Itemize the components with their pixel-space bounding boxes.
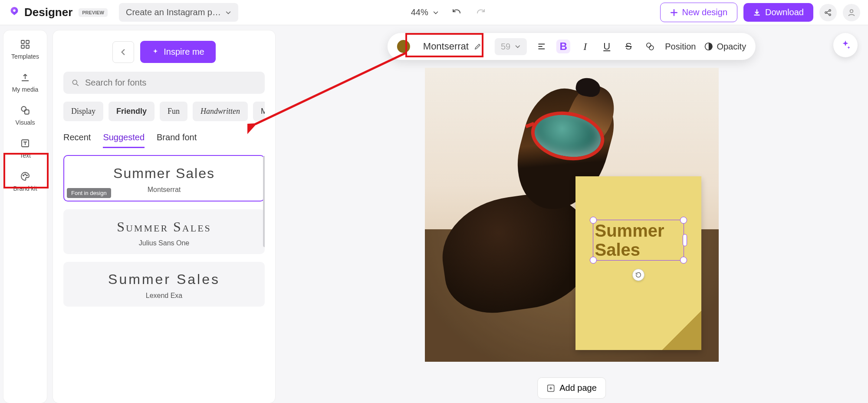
svg-rect-6 bbox=[21, 45, 24, 48]
plus-box-icon bbox=[546, 384, 555, 393]
palette-icon bbox=[19, 170, 31, 182]
text-line-1: Summer bbox=[595, 221, 664, 240]
font-list: Summer Sales Montserrat Font in design S… bbox=[63, 155, 265, 307]
sidebar-item-visuals[interactable]: Visuals bbox=[16, 104, 35, 126]
sidebar-item-templates[interactable]: Templates bbox=[11, 38, 39, 60]
logo-icon bbox=[8, 6, 21, 19]
bold-button[interactable]: B bbox=[556, 40, 570, 53]
opacity-icon bbox=[704, 42, 713, 51]
panel-top: Inspire me bbox=[63, 41, 265, 63]
inspire-button[interactable]: Inspire me bbox=[140, 41, 215, 63]
artboard[interactable]: Summer Sales bbox=[425, 68, 719, 362]
sidebar-label-templates: Templates bbox=[11, 53, 39, 60]
resize-handle-tl[interactable] bbox=[590, 217, 597, 224]
svg-point-14 bbox=[72, 80, 77, 84]
ai-assist-button[interactable] bbox=[833, 33, 858, 57]
upload-icon bbox=[19, 71, 31, 83]
resize-handle-br[interactable] bbox=[680, 257, 687, 264]
chip-friendly[interactable]: Friendly bbox=[108, 102, 155, 121]
chevron-down-icon bbox=[515, 43, 521, 50]
new-design-button[interactable]: New design bbox=[660, 3, 738, 22]
canvas-area: Montserrat 59 B I U S Position Opacity bbox=[275, 25, 868, 403]
underline-button[interactable]: U bbox=[600, 40, 614, 53]
font-tabs: Recent Suggested Brand font bbox=[63, 130, 265, 148]
font-size-selector[interactable]: 59 bbox=[495, 38, 527, 55]
visuals-icon bbox=[19, 104, 31, 116]
font-panel: Inspire me Display Friendly Fun Handwrit… bbox=[53, 30, 275, 403]
app-name: Designer bbox=[24, 6, 72, 19]
user-avatar[interactable] bbox=[843, 4, 860, 21]
effects-button[interactable] bbox=[643, 40, 657, 53]
svg-point-13 bbox=[26, 175, 27, 176]
zoom-value: 44% bbox=[411, 7, 428, 17]
font-card-lexend[interactable]: Summer Sales Lexend Exa bbox=[63, 262, 265, 307]
resize-handle-mr[interactable] bbox=[683, 234, 687, 246]
font-name: Montserrat bbox=[148, 186, 181, 194]
chevron-down-icon bbox=[225, 10, 231, 16]
font-card-montserrat[interactable]: Summer Sales Montserrat Font in design bbox=[63, 155, 265, 202]
svg-rect-7 bbox=[26, 45, 29, 48]
italic-button[interactable]: I bbox=[578, 40, 592, 53]
undo-button[interactable] bbox=[450, 6, 463, 19]
tab-recent[interactable]: Recent bbox=[63, 130, 91, 148]
new-design-label: New design bbox=[682, 7, 728, 17]
resize-handle-bl[interactable] bbox=[590, 257, 597, 264]
back-button[interactable] bbox=[112, 41, 134, 63]
chip-more[interactable]: Mo bbox=[253, 102, 265, 121]
sidebar-item-mymedia[interactable]: My media bbox=[12, 71, 39, 93]
search-input[interactable] bbox=[85, 78, 257, 88]
text-content[interactable]: Summer Sales bbox=[593, 220, 684, 260]
pencil-icon bbox=[474, 43, 482, 50]
svg-point-16 bbox=[649, 46, 654, 50]
text-color-swatch[interactable] bbox=[397, 40, 410, 53]
svg-point-8 bbox=[21, 106, 26, 111]
chip-handwritten[interactable]: Handwritten bbox=[193, 102, 248, 121]
sparkle-icon bbox=[151, 48, 159, 56]
redo-button[interactable] bbox=[474, 6, 487, 19]
opacity-button[interactable]: Opacity bbox=[704, 42, 746, 52]
resize-handle-tr[interactable] bbox=[680, 217, 687, 224]
zoom-control[interactable]: 44% bbox=[411, 7, 439, 17]
tab-brand[interactable]: Brand font bbox=[157, 130, 197, 148]
font-sample: Summer Sales bbox=[113, 165, 215, 182]
chip-display[interactable]: Display bbox=[63, 102, 103, 121]
rotate-handle[interactable] bbox=[632, 269, 644, 281]
add-page-button[interactable]: Add page bbox=[537, 377, 606, 399]
font-badge: Font in design bbox=[67, 188, 111, 198]
sticky-note-element[interactable]: Summer Sales bbox=[575, 176, 701, 350]
font-sample: Summer Sales bbox=[117, 219, 211, 235]
download-button[interactable]: Download bbox=[743, 3, 813, 22]
sidebar-item-brandkit[interactable]: Brand kit bbox=[13, 170, 37, 192]
download-icon bbox=[753, 9, 761, 17]
font-search[interactable] bbox=[63, 72, 265, 94]
chip-fun[interactable]: Fun bbox=[160, 102, 187, 121]
chevron-down-icon bbox=[433, 10, 439, 16]
strikethrough-button[interactable]: S bbox=[621, 40, 635, 53]
svg-point-12 bbox=[25, 174, 26, 175]
project-selector[interactable]: Create an Instagram p… bbox=[119, 3, 238, 22]
align-button[interactable] bbox=[535, 40, 549, 53]
svg-point-3 bbox=[850, 10, 853, 13]
inspire-label: Inspire me bbox=[164, 47, 204, 57]
font-selector[interactable]: Montserrat bbox=[418, 37, 487, 56]
font-size-value: 59 bbox=[501, 42, 510, 52]
font-sample: Summer Sales bbox=[108, 271, 220, 287]
selected-text-box[interactable]: Summer Sales bbox=[593, 220, 684, 261]
opacity-label: Opacity bbox=[717, 42, 746, 52]
content-area: Templates My media Visuals Text Brand ki… bbox=[0, 25, 868, 403]
svg-rect-5 bbox=[26, 40, 29, 43]
scrollbar-thumb[interactable] bbox=[263, 156, 265, 247]
position-button[interactable]: Position bbox=[665, 42, 696, 52]
scrollbar[interactable] bbox=[263, 156, 265, 247]
download-label: Download bbox=[765, 7, 804, 17]
top-header: Designer PREVIEW Create an Instagram p… … bbox=[0, 0, 868, 25]
sidebar-item-text[interactable]: Text bbox=[19, 137, 31, 159]
project-name: Create an Instagram p… bbox=[126, 7, 221, 17]
share-button[interactable] bbox=[819, 4, 837, 21]
center-controls: 44% bbox=[411, 6, 487, 19]
tab-suggested[interactable]: Suggested bbox=[103, 130, 145, 148]
app-logo: Designer PREVIEW bbox=[8, 6, 108, 19]
svg-point-15 bbox=[647, 43, 651, 47]
position-label: Position bbox=[665, 42, 696, 52]
font-card-julius[interactable]: Summer Sales Julius Sans One bbox=[63, 209, 265, 254]
